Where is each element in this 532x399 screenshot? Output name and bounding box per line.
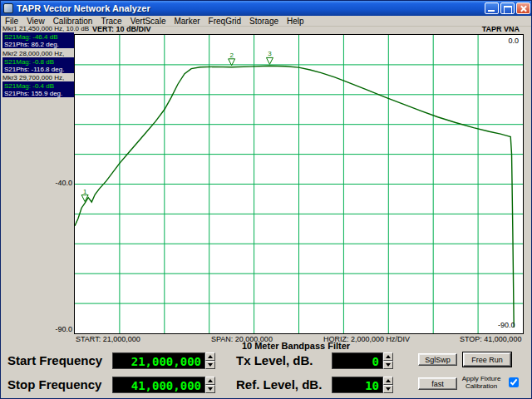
marker2-header: Mkr2 28,000,000 Hz, [2,50,64,57]
start-freq-label: START: 21,000,000 [76,335,140,343]
marker1-s21phs: S21Phs: 86.2 deg. [4,41,72,48]
menu-calibration[interactable]: Calibration [49,17,97,26]
plot-area: 123 [74,34,524,334]
marker1-header: Mkr1 21,450,000 Hz, 10.0 dB [2,25,89,32]
y-label-mid-left: -40.0 [49,179,72,187]
marker2-s21mag: S21Mag: -0.8 dB [4,58,72,66]
y-label-bottom-right: -90.0 [498,321,515,329]
stop-freq-label: STOP: 41,000,000 [460,335,521,343]
stop-frequency-display[interactable]: 41,000,000 [112,377,205,393]
vert-scale-label: VERT: 10 dB/DIV [92,25,151,33]
brand-label: TAPR VNA [482,25,520,33]
ref-level-stepper [383,377,393,393]
trace-svg: 123 [75,35,523,333]
apply-fixture-label-line2: Calibration [456,382,507,390]
tx-level-stepper [383,352,393,369]
tx-level-display[interactable]: 0 [332,352,383,369]
fast-button[interactable]: fast [418,377,457,390]
y-label-bottom-left: -90.0 [49,325,72,333]
ref-level-label: Ref. Level, dB. [236,377,322,392]
start-frequency-display[interactable]: 21,000,000 [112,352,205,369]
stop-frequency-up-icon[interactable] [205,377,215,385]
ref-level-down-icon[interactable] [383,385,393,393]
menu-storage[interactable]: Storage [245,17,283,26]
marker3-s21phs: S21Phs: 155.9 deg. [4,90,72,97]
menu-trace[interactable]: Trace [96,17,126,26]
menu-view[interactable]: View [22,17,49,26]
ref-level-display[interactable]: 10 [332,377,383,393]
tx-level-label: Tx Level, dB. [236,353,313,367]
sglswp-button[interactable]: SglSwp [418,353,457,366]
stop-frequency-label: Stop Frequency [7,377,101,392]
menu-marker[interactable]: Marker [170,17,204,26]
titlebar: TAPR Vector Network Analyzer [1,1,532,16]
stop-frequency-down-icon[interactable] [205,385,215,393]
start-frequency-stepper [205,352,215,369]
marker2-readout: S21Mag: -0.8 dB S21Phs: -116.8 deg. [2,57,74,73]
graph-title: 10 Meter Bandpass Filter [192,341,400,351]
app-icon [3,3,13,13]
apply-fixture-checkbox[interactable] [509,377,519,387]
svg-text:3: 3 [268,50,272,57]
marker3-header: Mkr3 29,700,000 Hz, [2,74,64,81]
apply-fixture-label: Apply Fixture Calibration [456,375,507,390]
marker1-s21mag: S21Mag: -46.4 dB [4,33,72,41]
tx-level-down-icon[interactable] [383,361,393,369]
marker3-s21mag: S21Mag: -0.4 dB [4,82,72,90]
marker3-readout: S21Mag: -0.4 dB S21Phs: 155.9 deg. [2,81,74,97]
menu-help[interactable]: Help [283,17,308,26]
tx-level-up-icon[interactable] [383,352,393,361]
menu-file[interactable]: File [1,17,22,26]
start-frequency-down-icon[interactable] [205,361,215,369]
start-frequency-up-icon[interactable] [205,352,215,361]
start-frequency-label: Start Frequency [7,353,102,367]
app-window: TAPR Vector Network Analyzer File View C… [0,0,532,399]
marker2-s21phs: S21Phs: -116.8 deg. [4,66,72,73]
free-run-button[interactable]: Free Run [463,352,511,367]
svg-text:1: 1 [83,188,87,195]
maximize-icon[interactable] [500,2,515,14]
window-title: TAPR Vector Network Analyzer [17,3,485,13]
close-icon[interactable] [516,2,530,14]
menu-freqgrid[interactable]: FreqGrid [204,17,245,26]
apply-fixture-label-line1: Apply Fixture [456,375,507,382]
ref-level-up-icon[interactable] [383,377,393,385]
minimize-icon[interactable] [485,2,499,14]
y-label-top-right: 0.0 [508,37,519,45]
apply-fixture-calibration: Apply Fixture Calibration [456,375,524,390]
marker1-readout: S21Mag: -46.4 dB S21Phs: 86.2 deg. [2,32,74,48]
stop-frequency-stepper [205,377,215,393]
window-buttons [485,2,530,14]
svg-text:2: 2 [229,52,234,59]
menu-vertscale[interactable]: VertScale [126,17,170,26]
